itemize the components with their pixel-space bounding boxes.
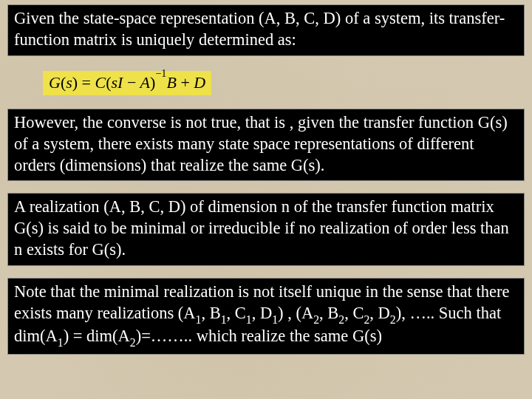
t-m3: , D	[252, 304, 273, 322]
sub-c2: 2	[364, 313, 369, 326]
t-m2: , C	[227, 304, 246, 322]
statement-transfer-function-unique: Given the state-space representation (A,…	[7, 4, 525, 56]
text-block-1: Given the state-space representation (A,…	[14, 9, 505, 49]
formula-container: G(s) = C(sI − A)−1B + D	[7, 68, 525, 97]
text-block-3: A realization (A, B, C, D) of dimension …	[14, 197, 509, 259]
t-m5: , B	[319, 304, 338, 322]
t-m4: ) , (A	[278, 304, 313, 322]
transfer-function-formula: G(s) = C(sI − A)−1B + D	[43, 71, 211, 95]
sub-a1: 1	[196, 313, 202, 326]
formula-expression: G(s) = C(sI − A)−1B + D	[49, 73, 205, 92]
sub-d2: 2	[390, 313, 396, 326]
sub-b2: 2	[338, 313, 344, 326]
sub-a2: 2	[313, 313, 319, 326]
t-m6: , C	[344, 304, 364, 322]
t-tail: )=…….. which realize the same G(s)	[136, 327, 382, 345]
sub-b1: 1	[221, 313, 227, 326]
sub-d1: 1	[272, 313, 278, 326]
sub-c1: 1	[246, 313, 252, 326]
sub-da1: 1	[58, 336, 64, 349]
t-m9: ) = dim(A	[64, 327, 130, 345]
sub-da2: 2	[130, 336, 136, 349]
statement-minimal-not-unique: Note that the minimal realization is not…	[7, 278, 525, 355]
statement-minimal-realization-def: A realization (A, B, C, D) of dimension …	[7, 193, 525, 265]
t-m7: , D	[369, 304, 390, 322]
text-block-2: However, the converse is not true, that …	[14, 113, 508, 174]
statement-converse-not-true: However, the converse is not true, that …	[7, 109, 525, 181]
t-m1: , B	[201, 304, 220, 322]
slide: Given the state-space representation (A,…	[7, 4, 525, 355]
